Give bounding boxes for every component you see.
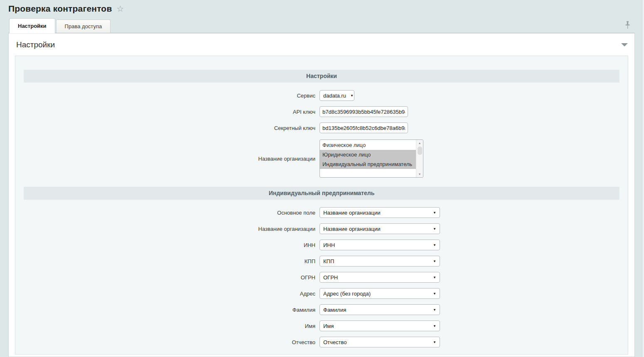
kpp-select-value: КПП bbox=[323, 258, 334, 264]
address-label: Адрес bbox=[24, 291, 320, 297]
listbox-scrollbar[interactable]: ▲ ▼ bbox=[416, 140, 423, 177]
form-row-org-name: Название организации Название организаци… bbox=[24, 223, 619, 234]
form-row-main-field: Основное поле Название организации ▼ bbox=[24, 207, 619, 218]
surname-label: Фамилия bbox=[24, 307, 320, 313]
chevron-down-icon: ▼ bbox=[433, 243, 436, 247]
org-name-select-value: Название организации bbox=[323, 226, 380, 232]
chevron-down-icon: ▼ bbox=[350, 94, 354, 98]
listbox-option-legal-entity[interactable]: Юридическое лицо bbox=[320, 150, 416, 159]
scrollbar-track[interactable] bbox=[416, 146, 423, 171]
main-field-select-value: Название организации bbox=[323, 210, 380, 216]
org-type-label: Название организации bbox=[24, 156, 320, 162]
service-select-value: dadata.ru bbox=[323, 93, 346, 99]
page-header: Проверка контрагентов ☆ bbox=[0, 0, 644, 16]
surname-select[interactable]: Фамилия ▼ bbox=[320, 304, 440, 315]
panel-header: Настройки bbox=[9, 33, 634, 55]
inn-select[interactable]: ИНН ▼ bbox=[320, 240, 440, 250]
secret-key-label: Секретный ключ bbox=[24, 125, 320, 131]
form-row-surname: Фамилия Фамилия ▼ bbox=[24, 304, 619, 315]
tab-bar: Настройки Права доступа bbox=[9, 18, 644, 33]
main-field-label: Основное поле bbox=[24, 210, 320, 216]
address-select[interactable]: Адрес (без города) ▼ bbox=[320, 288, 440, 299]
firstname-select-value: Имя bbox=[323, 323, 334, 329]
scroll-down-icon[interactable]: ▼ bbox=[416, 171, 423, 177]
surname-select-value: Фамилия bbox=[323, 307, 346, 313]
page-scrollbar-strip bbox=[642, 0, 644, 357]
form-row-ogrn: ОГРН ОГРН ▼ bbox=[24, 272, 619, 283]
chevron-down-icon: ▼ bbox=[433, 276, 436, 279]
ogrn-select-value: ОГРН bbox=[323, 274, 338, 281]
form-row-address: Адрес Адрес (без города) ▼ bbox=[24, 288, 619, 299]
form-row-inn: ИНН ИНН ▼ bbox=[24, 240, 619, 250]
collapse-arrow-icon[interactable] bbox=[621, 43, 628, 46]
patronymic-select-value: Отчество bbox=[323, 339, 347, 345]
service-label: Сервис bbox=[24, 93, 320, 99]
scrollbar-thumb[interactable] bbox=[418, 147, 422, 155]
org-type-listbox[interactable]: Физическое лицо Юридическое лицо Индивид… bbox=[320, 139, 423, 178]
address-select-value: Адрес (без города) bbox=[323, 291, 371, 297]
chevron-down-icon: ▼ bbox=[433, 292, 436, 296]
form-row-org-type: Название организации Физическое лицо Юри… bbox=[24, 139, 619, 178]
favorite-star-icon[interactable]: ☆ bbox=[117, 5, 124, 13]
api-key-input[interactable] bbox=[320, 106, 408, 117]
patronymic-label: Отчество bbox=[24, 339, 320, 345]
ogrn-label: ОГРН bbox=[24, 274, 320, 281]
kpp-label: КПП bbox=[24, 258, 320, 264]
org-name-select[interactable]: Название организации ▼ bbox=[320, 223, 440, 234]
settings-form: Настройки Сервис dadata.ru ▼ API ключ Се… bbox=[15, 56, 628, 355]
form-row-kpp: КПП КПП ▼ bbox=[24, 256, 619, 267]
chevron-down-icon: ▼ bbox=[433, 324, 436, 328]
listbox-option-entrepreneur[interactable]: Индивидуальный предприниматель bbox=[320, 159, 416, 169]
firstname-label: Имя bbox=[24, 323, 320, 329]
inn-select-value: ИНН bbox=[323, 242, 335, 248]
page-title: Проверка контрагентов bbox=[8, 4, 112, 14]
secret-key-input[interactable] bbox=[320, 122, 408, 133]
form-row-secret-key: Секретный ключ bbox=[24, 122, 619, 133]
patronymic-select[interactable]: Отчество ▼ bbox=[320, 337, 440, 347]
tab-access-rights[interactable]: Права доступа bbox=[56, 20, 111, 33]
scroll-up-icon[interactable]: ▲ bbox=[416, 140, 423, 146]
panel-title: Настройки bbox=[16, 40, 55, 49]
chevron-down-icon: ▼ bbox=[433, 340, 436, 344]
api-key-label: API ключ bbox=[24, 109, 320, 115]
main-field-select[interactable]: Название организации ▼ bbox=[320, 207, 440, 218]
service-select[interactable]: dadata.ru ▼ bbox=[320, 90, 354, 101]
listbox-options: Физическое лицо Юридическое лицо Индивид… bbox=[320, 140, 416, 177]
form-row-patronymic: Отчество Отчество ▼ bbox=[24, 337, 619, 347]
form-row-api-key: API ключ bbox=[24, 106, 619, 117]
section-header-entrepreneur: Индивидуальный предприниматель bbox=[24, 187, 619, 200]
tab-settings[interactable]: Настройки bbox=[9, 18, 55, 33]
org-name-label: Название организации bbox=[24, 226, 320, 232]
chevron-down-icon: ▼ bbox=[433, 308, 436, 312]
section-header-settings: Настройки bbox=[24, 70, 619, 83]
inn-label: ИНН bbox=[24, 242, 320, 248]
chevron-down-icon: ▼ bbox=[433, 211, 436, 215]
chevron-down-icon: ▼ bbox=[433, 227, 436, 231]
form-row-firstname: Имя Имя ▼ bbox=[24, 320, 619, 331]
form-row-service: Сервис dadata.ru ▼ bbox=[24, 90, 619, 101]
kpp-select[interactable]: КПП ▼ bbox=[320, 256, 440, 267]
chevron-down-icon: ▼ bbox=[433, 259, 436, 263]
settings-panel: Настройки Настройки Сервис dadata.ru ▼ A… bbox=[8, 33, 635, 357]
listbox-option-individual-person[interactable]: Физическое лицо bbox=[320, 140, 416, 150]
firstname-select[interactable]: Имя ▼ bbox=[320, 320, 440, 331]
ogrn-select[interactable]: ОГРН ▼ bbox=[320, 272, 440, 283]
